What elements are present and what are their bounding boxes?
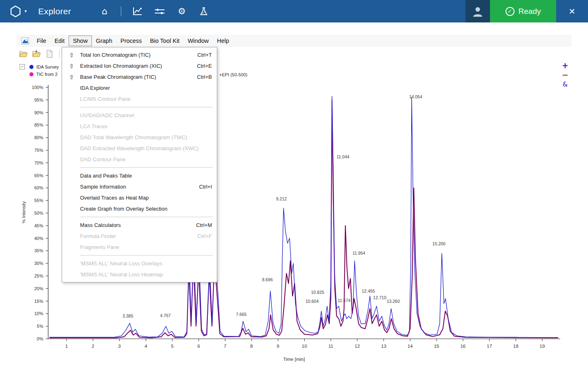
menu-item-label: Data and Peaks Table (80, 173, 205, 179)
menu-item-label: Total Ion Chromatogram (TIC) (80, 52, 190, 58)
peak-label: 10.825 (311, 290, 324, 295)
menu-item-shortcut: Ctrl+M (196, 222, 212, 228)
y-tick-label: 75% (34, 148, 43, 153)
menubar-items: FileEditShowGraphProcessBio Tool KitWind… (33, 36, 233, 46)
chart-controls: + − & (562, 61, 568, 89)
x-tick-label: 14 (408, 344, 413, 349)
titlebar: ▾ Explorer ⌂ ⚙ (0, 0, 588, 22)
menu-item-label: DAD Total Wavelength Chromatogram (TWC) (80, 134, 205, 140)
menubar-item-graph[interactable]: Graph (92, 36, 116, 46)
menubar: FileEditShowGraphProcessBio Tool KitWind… (16, 35, 572, 47)
app-logo-button[interactable]: ▾ (9, 5, 27, 18)
y-tick-label: 70% (34, 160, 43, 165)
legend-collapse-button[interactable]: − (20, 64, 25, 69)
x-tick-label: 4 (145, 344, 147, 349)
menubar-item-window[interactable]: Window (184, 36, 213, 46)
flask-icon[interactable] (198, 6, 209, 17)
ready-indicator[interactable]: ✓ Ready (490, 0, 556, 22)
menu-item-label: 'MSMS ALL' Neutral Loss Heatmap (80, 271, 205, 278)
control-overlay-button[interactable]: & (563, 80, 568, 89)
home-icon[interactable]: ⌂ (99, 6, 110, 17)
open-folder-icon[interactable] (32, 50, 41, 58)
menu-item-label: 'MSMS ALL' Neutral Loss Overlays (80, 260, 205, 267)
x-tick-label: 13 (381, 344, 386, 349)
menu-item-msms-all-neutral-loss-overlays: 'MSMS ALL' Neutral Loss Overlays (62, 258, 217, 269)
y-tick-label: 80% (34, 135, 43, 140)
peak-label: 10.604 (305, 299, 318, 304)
peak-label: 12.455 (362, 289, 375, 293)
close-icon: ✕ (569, 7, 576, 16)
menu-item-data-and-peaks-table[interactable]: Data and Peaks Table (62, 170, 217, 181)
legend-item-label: TIC from 2 (36, 72, 58, 77)
calibration-icon[interactable] (154, 6, 165, 17)
control-add-button[interactable]: + (562, 61, 568, 70)
menu-item-total-ion-chromatogram-tic[interactable]: ⇧Total Ion Chromatogram (TIC)Ctrl+T (62, 49, 217, 60)
y-tick-label: 20% (34, 286, 43, 291)
arrow-up-icon: ⇧ (65, 52, 78, 58)
menubar-item-show[interactable]: Show (69, 36, 91, 46)
menu-item-overlaid-traces-as-heat-map[interactable]: Overlaid Traces as Heat Map (62, 192, 217, 203)
y-tick-label: 5% (37, 324, 43, 329)
x-tick-label: 11 (328, 344, 333, 349)
open-data-file-icon[interactable] (19, 50, 28, 58)
menu-item-create-graph-from-overlay-selection[interactable]: Create Graph from Overlay Selection (62, 203, 217, 214)
menu-item-extracted-ion-chromatogram-xic[interactable]: ⇧Extracted Ion Chromatogram (XIC)Ctrl+E (62, 60, 217, 71)
menu-item-shortcut: Ctrl+F (197, 233, 212, 239)
legend-item-tic[interactable]: TIC from 2 (29, 71, 59, 78)
gear-icon[interactable]: ⚙ (176, 6, 187, 17)
app-title: Explorer (38, 7, 71, 16)
x-axis-title: Time [min] (283, 357, 305, 362)
x-tick-label: 18 (513, 344, 519, 349)
menubar-item-edit[interactable]: Edit (50, 36, 69, 46)
y-tick-label: 85% (34, 122, 43, 127)
hexagon-logo-icon (9, 5, 22, 18)
menubar-item-help[interactable]: Help (213, 36, 233, 46)
trace-epi-label: +EPI (50-500) (219, 72, 247, 77)
y-axis-title: % Intensity (21, 201, 26, 223)
legend-item-ida-survey[interactable]: IDA Survey (29, 63, 59, 71)
x-tick-label: 16 (460, 344, 466, 349)
menu-item-lca-traces: LCA Traces (62, 121, 217, 132)
menubar-item-file[interactable]: File (33, 36, 50, 46)
x-tick-label: 2 (92, 344, 94, 349)
user-button[interactable] (466, 0, 490, 22)
menubar-item-bio-tool-kit[interactable]: Bio Tool Kit (146, 36, 183, 46)
menu-item-dad-contour-pane: DAD Contour Pane (62, 154, 217, 165)
y-tick-label: 60% (34, 185, 43, 190)
y-tick-label: 90% (34, 110, 43, 115)
y-tick-label: 45% (34, 223, 43, 228)
menubar-item-process[interactable]: Process (116, 36, 146, 46)
peakview-app-icon (21, 38, 29, 44)
document-icon[interactable] (45, 50, 54, 58)
control-remove-button[interactable]: − (562, 71, 568, 79)
menu-separator (80, 107, 213, 107)
titlebar-right: ✓ Ready ✕ (466, 0, 588, 22)
chart-pen-icon[interactable] (132, 6, 143, 17)
y-tick-label: 30% (34, 261, 43, 266)
y-tick-label: 50% (34, 211, 43, 216)
menu-item-label: IDA Explorer (80, 85, 205, 91)
y-tick-label: 40% (34, 236, 43, 241)
menu-item-mass-calculators[interactable]: Mass CalculatorsCtrl+M (62, 220, 217, 231)
menu-item-sample-information[interactable]: Sample InformationCtrl+I (62, 181, 217, 192)
show-menu-list: ⇧Total Ion Chromatogram (TIC)Ctrl+T⇧Extr… (62, 49, 217, 280)
menu-item-label: Fragments Pane (80, 244, 205, 250)
menu-item-label: DAD Extracted Wavelength Chromatogram (X… (80, 145, 205, 151)
chevron-down-icon: ▾ (24, 9, 27, 14)
menu-item-base-peak-chromatogram-tic[interactable]: ⇧Base Peak Chromatogram (TIC)Ctrl+B (62, 71, 217, 82)
close-button[interactable]: ✕ (556, 0, 588, 22)
x-tick-label: 17 (487, 344, 492, 349)
menu-item-lc-ms-contour-pane: LC/MS Contour Pane (62, 93, 217, 104)
peak-label: 13.260 (387, 299, 400, 304)
menu-item-label: Extracted Ion Chromatogram (XIC) (80, 63, 190, 69)
peak-label: 12.710 (373, 295, 386, 300)
peak-label: 11.044 (336, 154, 349, 159)
x-tick-label: 12 (355, 344, 360, 349)
menu-item-ida-explorer[interactable]: IDA Explorer (62, 82, 217, 93)
menu-item-label: DAD Contour Pane (80, 156, 205, 162)
show-menu: ⇧Total Ion Chromatogram (TIC)Ctrl+T⇧Extr… (62, 47, 217, 282)
x-tick-label: 10 (302, 344, 307, 349)
peak-label: 3.385 (122, 313, 133, 318)
legend-dot-1 (29, 72, 33, 76)
menu-item-dad-extracted-wavelength-chromatogram-xwc: DAD Extracted Wavelength Chromatogram (X… (62, 143, 217, 154)
